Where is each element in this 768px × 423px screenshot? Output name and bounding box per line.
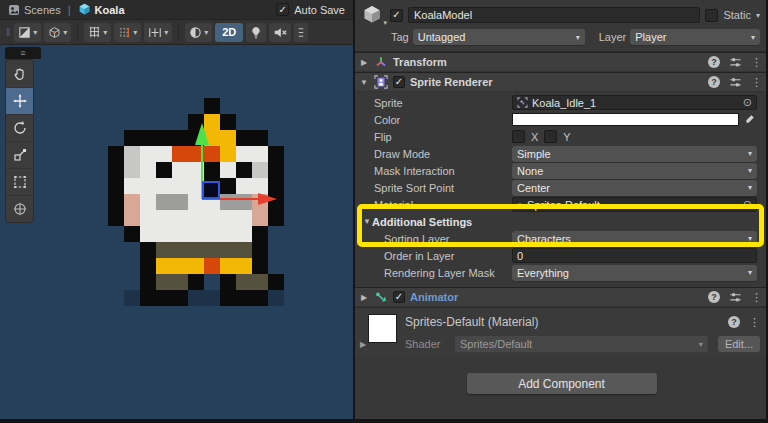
flip-x-checkbox[interactable]	[512, 130, 525, 143]
shaded-sphere-icon	[189, 26, 202, 39]
shading-mode-button[interactable]: ▾	[185, 23, 212, 42]
scene-lighting-button[interactable]	[246, 23, 266, 42]
toolbar-drag-handle[interactable]: ‖	[6, 27, 9, 38]
scene-viewport[interactable]: ≡	[0, 45, 353, 423]
move-tool-button[interactable]	[6, 87, 33, 114]
help-icon[interactable]: ?	[708, 76, 720, 88]
grid-visibility-button[interactable]: ▾	[84, 23, 111, 42]
chevron-down-icon: ▾	[748, 166, 752, 175]
edit-shader-button[interactable]: Edit...	[718, 336, 760, 352]
effects-toggle-button[interactable]	[294, 23, 308, 42]
draw-mode-dropdown[interactable]: Simple ▾	[512, 146, 757, 162]
breadcrumb-separator: |	[68, 4, 71, 16]
material-object-field[interactable]: ● Sprites-Default ⊙	[512, 197, 757, 212]
field-label: Sprite	[374, 97, 512, 109]
kebab-menu-icon[interactable]: ⋮	[749, 316, 760, 329]
eyedropper-icon[interactable]	[742, 113, 757, 127]
help-icon[interactable]: ?	[708, 291, 720, 303]
object-picker-icon[interactable]: ⊙	[743, 96, 752, 109]
layer-dropdown[interactable]: Player ▾	[630, 29, 760, 45]
rotate-tool-button[interactable]	[6, 114, 33, 141]
help-icon[interactable]: ?	[728, 316, 740, 328]
flip-row: Flip X Y	[355, 128, 768, 145]
mask-interaction-row: Mask Interaction None ▾	[355, 162, 768, 179]
component-enabled-checkbox[interactable]: ✓	[393, 76, 405, 88]
audio-muted-icon	[273, 26, 287, 39]
presets-icon[interactable]	[729, 76, 742, 89]
chevron-down-icon: ▾	[748, 268, 752, 277]
tools-overlay-handle[interactable]: ≡	[5, 47, 41, 59]
order-in-layer-input[interactable]: 0	[512, 248, 757, 263]
chevron-down-icon: ▾	[33, 28, 37, 37]
grid-snap-button[interactable]: ▾	[114, 23, 141, 42]
sprite-renderer-component-header[interactable]: ▼ ✓ Sprite Renderer ? ⋮	[355, 72, 768, 92]
auto-save-checkbox[interactable]: ✓	[276, 3, 289, 16]
dropdown-value: Characters	[517, 233, 571, 245]
material-icon: ●	[517, 199, 523, 210]
game-object-icon-button[interactable]: ▾	[361, 4, 385, 26]
color-swatch[interactable]	[512, 113, 739, 126]
grid-icon	[88, 26, 101, 39]
game-object-name-input[interactable]: KoalaModel	[408, 7, 700, 23]
chevron-down-icon: ▾	[748, 183, 752, 192]
breadcrumb-koala[interactable]: Koala	[78, 3, 125, 16]
dropdown-value: Everything	[517, 267, 569, 279]
sprite-object-field[interactable]: Koala_Idle_1 ⊙	[512, 95, 757, 110]
foldout-icon[interactable]: ▶	[357, 340, 369, 349]
add-component-button[interactable]: Add Component	[467, 373, 657, 394]
flip-y-checkbox[interactable]	[544, 130, 557, 143]
rendering-layer-mask-row: Rendering Layer Mask Everything ▾	[355, 264, 768, 281]
static-checkbox[interactable]	[705, 9, 718, 22]
hand-icon	[12, 66, 28, 82]
tag-value: Untagged	[418, 31, 466, 43]
game-object-row: ▾ ✓ KoalaModel Static ▾	[361, 4, 760, 26]
object-picker-icon[interactable]: ⊙	[743, 198, 752, 211]
scene-canvas[interactable]	[0, 45, 353, 423]
shader-dropdown[interactable]: Sprites/Default ▾	[455, 336, 708, 352]
scene-audio-button[interactable]	[269, 23, 291, 42]
scene-view-toolbar: ‖ ▾ ▾ ▾ ▾ ▾	[0, 20, 353, 45]
foldout-icon[interactable]: ▼	[359, 78, 369, 87]
auto-save-toggle[interactable]: ✓ Auto Save	[276, 3, 345, 16]
foldout-icon[interactable]: ▶	[359, 293, 369, 302]
transform-component-header[interactable]: ▶ Transform ? ⋮	[355, 52, 768, 72]
kebab-menu-icon[interactable]: ⋮	[751, 56, 762, 69]
presets-icon[interactable]	[729, 291, 742, 304]
snap-increment-button[interactable]: ▾	[144, 23, 172, 42]
kebab-menu-icon[interactable]: ⋮	[751, 291, 762, 304]
game-object-header: ▾ ✓ KoalaModel Static ▾ Tag Untagged ▾ L…	[355, 0, 768, 52]
view-options-button[interactable]: ▾	[14, 23, 41, 42]
sorting-layer-dropdown[interactable]: Characters ▾	[512, 231, 757, 247]
breadcrumb-scenes[interactable]: Scenes	[8, 4, 61, 16]
rect-icon	[12, 174, 28, 190]
presets-icon[interactable]	[729, 56, 742, 69]
kebab-menu-icon[interactable]: ⋮	[751, 76, 762, 89]
material-row: Material ● Sprites-Default ⊙	[355, 196, 768, 213]
static-dropdown-caret[interactable]: ▾	[756, 11, 760, 20]
scale-tool-button[interactable]	[6, 141, 33, 168]
hand-tool-button[interactable]	[6, 60, 33, 87]
tag-dropdown[interactable]: Untagged ▾	[413, 29, 585, 45]
mask-interaction-dropdown[interactable]: None ▾	[512, 163, 757, 179]
active-checkbox[interactable]: ✓	[390, 9, 403, 22]
breadcrumb-label: Koala	[95, 4, 125, 16]
component-title: Animator	[410, 291, 458, 303]
rect-tool-button[interactable]	[6, 168, 33, 195]
field-label: Sorting Layer	[384, 233, 512, 245]
sprite-sort-point-row: Sprite Sort Point Center ▾	[355, 179, 768, 196]
help-icon[interactable]: ?	[708, 56, 720, 68]
additional-settings-row[interactable]: ▼ Additional Settings	[355, 213, 768, 230]
tools-overlay	[5, 59, 34, 223]
foldout-icon[interactable]: ▼	[362, 217, 372, 226]
transform-tool-button[interactable]	[6, 195, 33, 222]
chevron-down-icon: ▾	[751, 33, 755, 42]
rendering-layer-mask-dropdown[interactable]: Everything ▾	[512, 265, 757, 281]
foldout-icon[interactable]: ▶	[359, 58, 369, 67]
render-mode-button[interactable]: ▾	[44, 23, 71, 42]
animator-component-header[interactable]: ▶ ✓ Animator ? ⋮	[355, 287, 768, 307]
mode-2d-button[interactable]: 2D	[215, 23, 243, 42]
component-enabled-checkbox[interactable]: ✓	[393, 291, 405, 303]
rotate-icon	[12, 120, 28, 136]
sprite-sort-point-dropdown[interactable]: Center ▾	[512, 180, 757, 196]
scene-pane: Scenes | Koala ✓ Auto Save ‖ ▾ ▾	[0, 0, 353, 423]
